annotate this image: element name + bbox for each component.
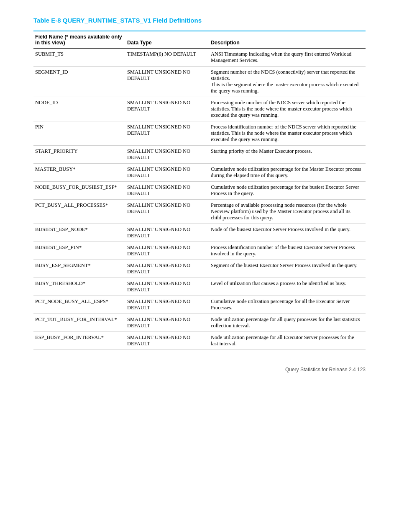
data-type-cell: TIMESTAMP(6) NO DEFAULT bbox=[125, 49, 209, 67]
field-name-cell: BUSY_ESP_SEGMENT* bbox=[33, 260, 125, 278]
field-name-cell: PCT_NODE_BUSY_ALL_ESPS* bbox=[33, 296, 125, 314]
description-cell: Processing node number of the NDCS serve… bbox=[209, 97, 366, 121]
data-type-cell: SMALLINT UNSIGNED NO DEFAULT bbox=[125, 182, 209, 200]
field-name-cell: BUSY_THRESHOLD* bbox=[33, 278, 125, 296]
field-name-cell: NODE_ID bbox=[33, 97, 125, 121]
field-name-cell: PIN bbox=[33, 121, 125, 146]
table-row: ESP_BUSY_FOR_INTERVAL*SMALLINT UNSIGNED … bbox=[33, 332, 366, 350]
table-row: NODE_BUSY_FOR_BUSIEST_ESP*SMALLINT UNSIG… bbox=[33, 182, 366, 200]
data-type-cell: SMALLINT UNSIGNED NO DEFAULT bbox=[125, 332, 209, 350]
field-name-cell: BUSIEST_ESP_PIN* bbox=[33, 242, 125, 260]
description-cell: Cumulative node utilization percentage f… bbox=[209, 296, 366, 314]
col-header-type: Data Type bbox=[125, 31, 209, 49]
table-row: BUSIEST_ESP_PIN*SMALLINT UNSIGNED NO DEF… bbox=[33, 242, 366, 260]
description-cell: Process identification number of the bus… bbox=[209, 242, 366, 260]
description-cell: Percentage of available processing node … bbox=[209, 200, 366, 224]
table-row: PCT_BUSY_ALL_PROCESSES*SMALLINT UNSIGNED… bbox=[33, 200, 366, 224]
table-row: MASTER_BUSY*SMALLINT UNSIGNED NO DEFAULT… bbox=[33, 164, 366, 182]
description-cell: Segment number of the NDCS (connectivity… bbox=[209, 67, 366, 97]
field-name-cell: PCT_TOT_BUSY_FOR_INTERVAL* bbox=[33, 314, 125, 332]
field-name-cell: ESP_BUSY_FOR_INTERVAL* bbox=[33, 332, 125, 350]
page-footer: Query Statistics for Release 2.4 123 bbox=[285, 367, 366, 373]
field-name-cell: MASTER_BUSY* bbox=[33, 164, 125, 182]
description-cell: Process identification number of the NDC… bbox=[209, 121, 366, 146]
description-cell: Level of utilization that causes a proce… bbox=[209, 278, 366, 296]
field-name-cell: SUBMIT_TS bbox=[33, 49, 125, 67]
table-row: PCT_TOT_BUSY_FOR_INTERVAL*SMALLINT UNSIG… bbox=[33, 314, 366, 332]
table-row: NODE_IDSMALLINT UNSIGNED NO DEFAULTProce… bbox=[33, 97, 366, 121]
table-row: BUSY_ESP_SEGMENT*SMALLINT UNSIGNED NO DE… bbox=[33, 260, 366, 278]
data-type-cell: SMALLINT UNSIGNED NO DEFAULT bbox=[125, 296, 209, 314]
data-type-cell: SMALLINT UNSIGNED NO DEFAULT bbox=[125, 242, 209, 260]
field-name-cell: PCT_BUSY_ALL_PROCESSES* bbox=[33, 200, 125, 224]
description-cell: ANSI Timestamp indicating when the query… bbox=[209, 49, 366, 67]
table-row: BUSIEST_ESP_NODE*SMALLINT UNSIGNED NO DE… bbox=[33, 224, 366, 242]
data-type-cell: SMALLINT UNSIGNED NO DEFAULT bbox=[125, 146, 209, 164]
description-cell: Node utilization percentage for all quer… bbox=[209, 314, 366, 332]
data-type-cell: SMALLINT UNSIGNED NO DEFAULT bbox=[125, 67, 209, 97]
data-type-cell: SMALLINT UNSIGNED NO DEFAULT bbox=[125, 200, 209, 224]
field-name-cell: SEGMENT_ID bbox=[33, 67, 125, 97]
table-row: SEGMENT_IDSMALLINT UNSIGNED NO DEFAULTSe… bbox=[33, 67, 366, 97]
page-title: Table E-8 QUERY_RUNTIME_STATS_V1 Field D… bbox=[33, 17, 366, 24]
data-type-cell: SMALLINT UNSIGNED NO DEFAULT bbox=[125, 97, 209, 121]
col-header-desc: Description bbox=[209, 31, 366, 49]
field-name-cell: START_PRIORITY bbox=[33, 146, 125, 164]
data-type-cell: SMALLINT UNSIGNED NO DEFAULT bbox=[125, 278, 209, 296]
data-type-cell: SMALLINT UNSIGNED NO DEFAULT bbox=[125, 224, 209, 242]
data-type-cell: SMALLINT UNSIGNED NO DEFAULT bbox=[125, 260, 209, 278]
table-row: START_PRIORITYSMALLINT UNSIGNED NO DEFAU… bbox=[33, 146, 366, 164]
table-row: PCT_NODE_BUSY_ALL_ESPS*SMALLINT UNSIGNED… bbox=[33, 296, 366, 314]
description-cell: Segment of the busiest Executor Server P… bbox=[209, 260, 366, 278]
table-row: PINSMALLINT UNSIGNED NO DEFAULTProcess i… bbox=[33, 121, 366, 146]
description-cell: Cumulative node utilization percentage f… bbox=[209, 182, 366, 200]
col-header-field: Field Name (* means available only in th… bbox=[33, 31, 125, 49]
data-type-cell: SMALLINT UNSIGNED NO DEFAULT bbox=[125, 121, 209, 146]
description-cell: Cumulative node utilization percentage f… bbox=[209, 164, 366, 182]
field-name-cell: BUSIEST_ESP_NODE* bbox=[33, 224, 125, 242]
description-cell: Starting priority of the Master Executor… bbox=[209, 146, 366, 164]
description-cell: Node utilization percentage for all Exec… bbox=[209, 332, 366, 350]
data-type-cell: SMALLINT UNSIGNED NO DEFAULT bbox=[125, 164, 209, 182]
description-cell: Node of the busiest Executor Server Proc… bbox=[209, 224, 366, 242]
data-type-cell: SMALLINT UNSIGNED NO DEFAULT bbox=[125, 314, 209, 332]
table-row: SUBMIT_TSTIMESTAMP(6) NO DEFAULTANSI Tim… bbox=[33, 49, 366, 67]
table-row: BUSY_THRESHOLD*SMALLINT UNSIGNED NO DEFA… bbox=[33, 278, 366, 296]
field-name-cell: NODE_BUSY_FOR_BUSIEST_ESP* bbox=[33, 182, 125, 200]
